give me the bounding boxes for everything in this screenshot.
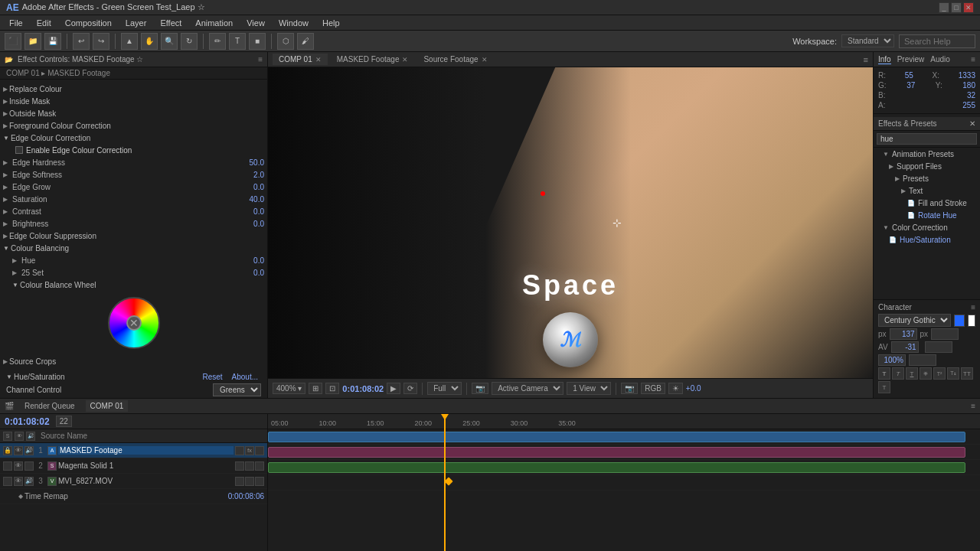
text-color-swatch[interactable] (954, 315, 965, 327)
show-channel-button[interactable]: RGB (641, 383, 665, 394)
inside-mask-section[interactable]: ▶ Inside Mask (0, 95, 267, 107)
layer-3-video[interactable]: 👁 (14, 477, 23, 486)
underline-button[interactable]: T (906, 367, 918, 380)
menu-composition[interactable]: Composition (59, 17, 118, 29)
view-dropdown[interactable]: 1 View (567, 382, 611, 395)
render-queue-tab[interactable]: Render Queue (20, 400, 80, 412)
source-close[interactable]: ✕ (482, 56, 488, 64)
hue-saturation-ep-row[interactable]: 📄 Hue/Saturation (874, 233, 980, 246)
menu-layer[interactable]: Layer (119, 17, 153, 29)
open-button[interactable]: 📁 (24, 33, 41, 50)
shape-tool[interactable]: ■ (249, 33, 266, 50)
layer-2-lock[interactable] (3, 461, 12, 471)
undo-button[interactable]: ↩ (73, 33, 90, 50)
text-row[interactable]: ▶ Text (874, 184, 980, 197)
timecode-input[interactable]: 22 (56, 416, 72, 427)
layer-3-audio[interactable]: 🔊 (24, 477, 34, 486)
l2-effect[interactable] (245, 461, 254, 471)
pen-tool[interactable]: ✏ (209, 33, 226, 50)
foreground-colour-section[interactable]: ▶ Foreground Colour Correction (0, 119, 267, 132)
edge-suppression-section[interactable]: ▶ Edge Colour Suppression (0, 230, 267, 242)
layer-2-name[interactable]: Magenta Solid 1 (58, 461, 234, 470)
effects-search-input[interactable] (877, 133, 977, 145)
v-scale-input[interactable] (909, 354, 936, 366)
hue-value[interactable]: 0.0 (234, 256, 264, 265)
layer-1-lock[interactable]: 🔒 (3, 446, 12, 455)
character-panel-menu[interactable]: ≡ (971, 303, 975, 311)
comp-tab-comp01[interactable]: COMP 01 ✕ (273, 54, 328, 65)
exposure-button[interactable]: ☀ (668, 383, 683, 394)
time-display[interactable]: 0:01:08:02 (5, 416, 50, 427)
maximize-button[interactable]: □ (951, 2, 962, 13)
edge-hardness-value[interactable]: 50.0 (234, 158, 264, 167)
edge-colour-section[interactable]: ▼ Edge Colour Correction (0, 132, 267, 144)
layer-1-audio[interactable]: 🔊 (24, 446, 34, 455)
comp-panel-menu[interactable]: ≡ (864, 55, 868, 64)
select-tool[interactable]: ▲ (121, 33, 138, 50)
channel-control-dropdown[interactable]: Greens (213, 383, 261, 396)
contrast-value[interactable]: 0.0 (234, 207, 264, 216)
reset-link[interactable]: Reset (202, 373, 222, 381)
right-panel-menu[interactable]: ≡ (971, 55, 975, 64)
track-2-bar[interactable] (268, 447, 965, 458)
l1-motion-blur[interactable] (235, 446, 244, 455)
title-bar-controls[interactable]: _ □ ✕ (939, 2, 974, 13)
italic-button[interactable]: T (892, 367, 904, 380)
l3-blending[interactable] (255, 477, 264, 486)
color-wheel-center[interactable]: ✕ (126, 315, 142, 331)
layer-1-name[interactable]: MASKED Footage (58, 446, 234, 455)
masked-close[interactable]: ✕ (402, 56, 408, 64)
l3-motion-blur[interactable] (235, 477, 244, 486)
layer-2-audio[interactable] (24, 461, 34, 471)
tl-panel-menu[interactable]: ≡ (971, 402, 975, 410)
layer-1-row[interactable]: 🔒 👁 🔊 1 A MASKED Footage fx (0, 443, 267, 458)
l1-effect[interactable]: fx (245, 446, 254, 455)
comp-tab-source[interactable]: Source Footage ✕ (417, 54, 493, 65)
hand-tool[interactable]: ✋ (141, 33, 158, 50)
presets-row[interactable]: ▶ Presets (874, 172, 980, 184)
l1-blending[interactable] (255, 446, 264, 455)
ep-close-icon[interactable]: ✕ (969, 119, 975, 128)
quality-dropdown[interactable]: Full (427, 382, 462, 395)
menu-view[interactable]: View (240, 17, 271, 29)
playhead[interactable] (444, 414, 446, 551)
animation-presets-row[interactable]: ▼ Animation Presets (874, 148, 980, 160)
viewer-time[interactable]: 0:01:08:02 (342, 384, 384, 393)
l2-motion-blur[interactable] (235, 461, 244, 471)
source-crops-section[interactable]: ▶ Source Crops (0, 355, 267, 367)
menu-file[interactable]: File (3, 17, 29, 29)
outside-mask-section[interactable]: ▶ Outside Mask (0, 107, 267, 119)
paint-tool[interactable]: 🖌 (297, 33, 314, 50)
close-button[interactable]: ✕ (963, 2, 974, 13)
set-value[interactable]: 0.0 (234, 269, 264, 277)
tracking-input[interactable] (925, 341, 952, 353)
menu-animation[interactable]: Animation (189, 17, 239, 29)
strikethrough-button[interactable]: T (920, 367, 932, 380)
info-tab[interactable]: Info (878, 55, 891, 64)
fit-button[interactable]: ⊞ (309, 383, 322, 394)
rotate-tool[interactable]: ↻ (181, 33, 198, 50)
l3-effect[interactable] (245, 477, 254, 486)
footage-viewer[interactable]: ⊹ Space ℳ (268, 67, 873, 378)
layer-2-video[interactable]: 👁 (14, 461, 23, 471)
layer-3-name[interactable]: MVI_6827.MOV (58, 477, 234, 485)
bold-button[interactable]: T (878, 367, 890, 380)
camera-dropdown[interactable]: Active Camera (492, 382, 564, 395)
track-3-bar[interactable] (268, 462, 965, 473)
play-button[interactable]: ▶ (387, 383, 400, 394)
font-size-input[interactable] (890, 328, 917, 340)
about-link[interactable]: About... (232, 373, 258, 381)
rotate-hue-row[interactable]: 📄 Rotate Hue (874, 209, 980, 221)
text-tool[interactable]: T (229, 33, 246, 50)
hs-header[interactable]: ▼ Hue/Saturation Reset About... (6, 370, 261, 383)
colour-balance-wheel-section[interactable]: ▼ Colour Balance Wheel (0, 279, 267, 291)
leading-input[interactable] (931, 328, 959, 340)
workspace-dropdown[interactable]: Standard (841, 34, 894, 47)
colour-balancing-section[interactable]: ▼ Colour Balancing (0, 242, 267, 254)
kerning-input[interactable] (891, 341, 919, 353)
edge-grow-value[interactable]: 0.0 (234, 183, 264, 191)
color-wheel[interactable]: ✕ (108, 297, 160, 349)
superscript-button[interactable]: T² (933, 367, 946, 380)
brightness-value[interactable]: 0.0 (234, 220, 264, 228)
allcaps-button[interactable]: TT (961, 367, 973, 380)
